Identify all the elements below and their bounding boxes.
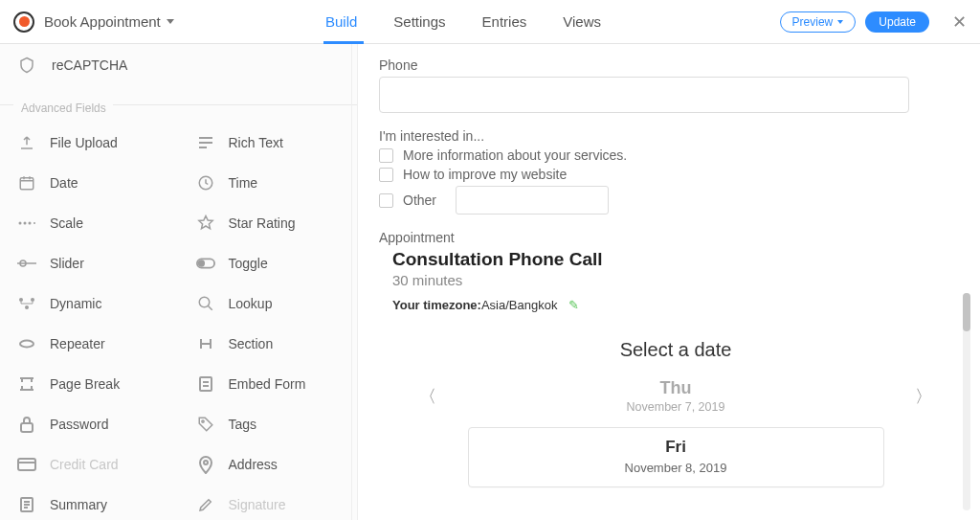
field-dynamic[interactable]: Dynamic: [0, 283, 179, 324]
field-label: Page Break: [50, 376, 120, 392]
tab-settings[interactable]: Settings: [393, 2, 445, 41]
appointment-duration: 30 minutes: [392, 272, 959, 288]
field-scale[interactable]: Scale: [0, 203, 179, 243]
field-file-upload[interactable]: File Upload: [0, 123, 179, 163]
update-button[interactable]: Update: [865, 11, 929, 33]
field-label: reCAPTCHA: [52, 57, 127, 73]
checkbox-row[interactable]: How to improve my website: [379, 167, 959, 182]
form-title-dropdown[interactable]: Book Appointment: [44, 13, 174, 30]
field-time[interactable]: Time: [179, 163, 358, 203]
canvas-scrollbar[interactable]: [963, 293, 970, 510]
checkbox-label: Other: [403, 192, 436, 208]
next-day-button[interactable]: 〉: [915, 385, 932, 408]
field-star-rating[interactable]: Star Rating: [179, 203, 358, 243]
select-date-heading: Select a date: [392, 339, 959, 361]
day-card[interactable]: Fri November 8, 2019: [468, 427, 884, 487]
field-toggle[interactable]: Toggle: [179, 243, 358, 283]
field-rich-text[interactable]: Rich Text: [179, 123, 358, 163]
svg-point-14: [25, 305, 29, 309]
search-icon: [196, 294, 215, 313]
pagebreak-icon: [17, 374, 36, 394]
svg-point-12: [198, 260, 203, 265]
field-password[interactable]: Password: [0, 404, 179, 444]
section-icon: [196, 334, 215, 353]
chevron-down-icon: [837, 20, 843, 24]
clock-icon: [196, 173, 215, 192]
section-advanced-fields: Advanced Fields: [0, 86, 357, 123]
summary-icon: [17, 495, 36, 514]
field-summary[interactable]: Summary: [0, 485, 179, 520]
field-label: Signature: [229, 497, 286, 512]
svg-point-16: [199, 297, 210, 307]
pencil-icon: [196, 495, 215, 514]
preview-button[interactable]: Preview: [780, 11, 857, 33]
tab-build[interactable]: Build: [325, 2, 357, 41]
svg-point-6: [24, 222, 27, 225]
field-lookup[interactable]: Lookup: [179, 283, 358, 324]
field-credit-card[interactable]: Credit Card: [0, 444, 179, 485]
checkbox-row-other[interactable]: Other: [379, 186, 959, 215]
field-label: Repeater: [50, 336, 105, 351]
timezone-value: Asia/Bangkok: [481, 298, 558, 312]
day-header: Thu November 7, 2019: [627, 378, 725, 414]
tab-entries[interactable]: Entries: [482, 2, 527, 41]
scrollbar-thumb[interactable]: [963, 293, 970, 331]
checkbox-icon[interactable]: [379, 193, 393, 208]
richtext-icon: [196, 133, 215, 152]
day-dow: Thu: [627, 378, 725, 398]
svg-rect-18: [200, 377, 212, 391]
close-icon[interactable]: ✕: [952, 11, 967, 33]
field-section[interactable]: Section: [179, 324, 358, 364]
field-label: Star Rating: [229, 215, 296, 231]
svg-point-22: [201, 420, 203, 422]
field-label: File Upload: [50, 135, 118, 150]
app-logo: [13, 11, 34, 33]
other-input[interactable]: [456, 186, 609, 215]
sidebar-scrollbar[interactable]: [351, 44, 357, 520]
field-recaptcha[interactable]: reCAPTCHA: [0, 44, 357, 86]
field-date[interactable]: Date: [0, 163, 179, 203]
field-repeater[interactable]: Repeater: [0, 324, 179, 364]
field-embed-form[interactable]: Embed Form: [179, 364, 358, 404]
repeater-icon: [17, 334, 36, 353]
field-label-interest: I'm interested in...: [379, 128, 959, 144]
field-address[interactable]: Address: [179, 444, 358, 485]
field-label: Slider: [50, 256, 84, 271]
scale-icon: [17, 214, 36, 233]
lock-icon: [17, 415, 36, 434]
field-label-appointment: Appointment: [379, 230, 959, 245]
checkbox-icon[interactable]: [379, 148, 393, 163]
timezone-row: Your timezone:Asia/Bangkok ✎: [392, 298, 959, 312]
pencil-icon[interactable]: ✎: [568, 298, 579, 312]
tab-views[interactable]: Views: [563, 2, 601, 41]
checkbox-icon[interactable]: [379, 168, 393, 182]
prev-day-button[interactable]: 〈: [419, 385, 436, 408]
field-tags[interactable]: Tags: [179, 404, 358, 444]
field-label: Section: [229, 336, 274, 351]
field-slider[interactable]: Slider: [0, 243, 179, 283]
field-label: Tags: [229, 417, 257, 432]
field-label: Rich Text: [229, 135, 283, 150]
svg-point-25: [204, 461, 208, 464]
field-label: Scale: [50, 215, 83, 231]
checkbox-row[interactable]: More information about your services.: [379, 147, 959, 163]
svg-rect-23: [18, 459, 35, 470]
calendar-icon: [17, 173, 36, 192]
field-signature[interactable]: Signature: [179, 485, 358, 520]
timezone-label: Your timezone:: [392, 298, 481, 312]
form-title: Book Appointment: [44, 13, 161, 30]
svg-rect-3: [20, 178, 33, 190]
upload-icon: [17, 133, 36, 152]
toggle-icon: [196, 254, 215, 273]
day-card-date: November 8, 2019: [469, 461, 883, 475]
phone-input[interactable]: [379, 77, 909, 113]
tab-bar: Build Settings Entries Views: [325, 2, 601, 41]
field-label: Lookup: [229, 296, 273, 311]
fields-sidebar: reCAPTCHA Advanced Fields File UploadRic…: [0, 44, 358, 520]
svg-line-17: [208, 305, 212, 310]
star-icon: [196, 214, 215, 233]
field-page-break[interactable]: Page Break: [0, 364, 179, 404]
field-label: Toggle: [229, 256, 268, 271]
svg-point-7: [29, 222, 32, 225]
svg-point-13: [19, 298, 23, 302]
